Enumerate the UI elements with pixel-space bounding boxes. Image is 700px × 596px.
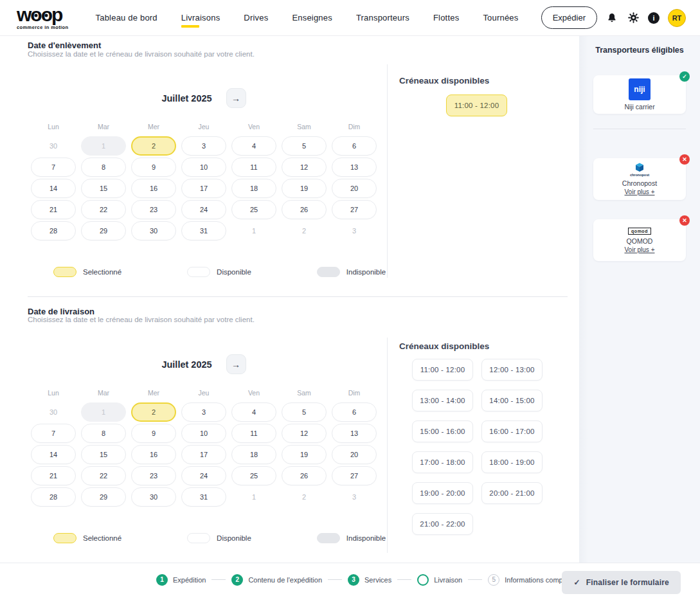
step-2[interactable]: 2Contenu de l'expédition bbox=[231, 574, 322, 586]
calendar-day-6[interactable]: 6 bbox=[332, 402, 377, 422]
pickup-slot[interactable]: 11:00 - 12:00 bbox=[446, 95, 507, 116]
calendar-day-21[interactable]: 21 bbox=[31, 200, 76, 219]
calendar-day-11[interactable]: 11 bbox=[231, 158, 276, 177]
calendar-day-13[interactable]: 13 bbox=[332, 158, 377, 177]
voir-plus-link[interactable]: Voir plus + bbox=[625, 188, 655, 195]
calendar-day-7[interactable]: 7 bbox=[31, 424, 76, 443]
calendar-day-4[interactable]: 4 bbox=[231, 136, 276, 156]
woop-logo[interactable]: woop commerce in motion bbox=[17, 5, 69, 30]
calendar-day-31[interactable]: 31 bbox=[181, 221, 226, 240]
calendar-day-7[interactable]: 7 bbox=[31, 158, 76, 177]
calendar-day-18[interactable]: 18 bbox=[231, 179, 276, 198]
bell-icon[interactable] bbox=[606, 12, 618, 24]
delivery-slot[interactable]: 14:00 - 15:00 bbox=[481, 390, 543, 411]
calendar-day-20[interactable]: 20 bbox=[332, 445, 377, 464]
calendar-day-19[interactable]: 19 bbox=[282, 445, 327, 464]
calendar-next-month-button[interactable]: → bbox=[226, 354, 246, 374]
step-1[interactable]: 1Expédition bbox=[156, 574, 206, 586]
nav-item-drives[interactable]: Drives bbox=[244, 6, 268, 29]
calendar-day-16[interactable]: 16 bbox=[131, 445, 176, 464]
delivery-slot[interactable]: 11:00 - 12:00 bbox=[412, 359, 473, 381]
calendar-day-26[interactable]: 26 bbox=[282, 200, 327, 219]
qomod-logo: qomod bbox=[628, 228, 651, 235]
calendar-day-27[interactable]: 27 bbox=[332, 200, 377, 219]
calendar-day-23[interactable]: 23 bbox=[131, 466, 176, 485]
delivery-slot[interactable]: 21:00 - 22:00 bbox=[412, 513, 473, 535]
calendar-day-2[interactable]: 2 bbox=[131, 136, 176, 156]
calendar-day-8[interactable]: 8 bbox=[81, 158, 126, 177]
calendar-day-3[interactable]: 3 bbox=[181, 136, 226, 156]
step-3[interactable]: 3Services bbox=[348, 574, 391, 586]
calendar-day-30[interactable]: 30 bbox=[131, 221, 176, 240]
calendar-day-5[interactable]: 5 bbox=[282, 402, 327, 422]
nav-item-tourn-es[interactable]: Tournées bbox=[483, 6, 518, 29]
voir-plus-link[interactable]: Voir plus + bbox=[625, 246, 655, 253]
nav-item-transporteurs[interactable]: Transporteurs bbox=[356, 6, 409, 29]
nav-item-enseignes[interactable]: Enseignes bbox=[292, 6, 332, 29]
calendar-day-12[interactable]: 12 bbox=[282, 158, 327, 177]
delivery-slot[interactable]: 12:00 - 13:00 bbox=[481, 359, 543, 381]
calendar-day-26[interactable]: 26 bbox=[282, 466, 327, 485]
delivery-slot[interactable]: 17:00 - 18:00 bbox=[412, 451, 473, 473]
calendar-day-18[interactable]: 18 bbox=[231, 445, 276, 464]
calendar-day-11[interactable]: 11 bbox=[231, 424, 276, 443]
calendar-day-15[interactable]: 15 bbox=[81, 445, 126, 464]
calendar-day-19[interactable]: 19 bbox=[282, 179, 327, 198]
calendar-day-16[interactable]: 16 bbox=[131, 179, 176, 198]
calendar-day-30[interactable]: 30 bbox=[131, 487, 176, 507]
calendar-day-9[interactable]: 9 bbox=[131, 158, 176, 177]
carrier-card-chronopost[interactable]: ✕ chronopost Chronopost Voir plus + bbox=[593, 158, 686, 200]
delivery-slot[interactable]: 20:00 - 21:00 bbox=[481, 482, 543, 504]
calendar-day-20[interactable]: 20 bbox=[332, 179, 377, 198]
calendar-day-13[interactable]: 13 bbox=[332, 424, 377, 443]
finalize-form-label: Finaliser le formulaire bbox=[586, 578, 669, 587]
calendar-day-24[interactable]: 24 bbox=[181, 200, 226, 219]
calendar-day-21[interactable]: 21 bbox=[31, 466, 76, 485]
delivery-slot[interactable]: 15:00 - 16:00 bbox=[412, 420, 473, 442]
calendar-day-8[interactable]: 8 bbox=[81, 424, 126, 443]
delivery-slot[interactable]: 18:00 - 19:00 bbox=[481, 451, 543, 473]
calendar-day-14[interactable]: 14 bbox=[31, 179, 76, 198]
delivery-slot[interactable]: 13:00 - 14:00 bbox=[412, 390, 473, 411]
calendar-day-15[interactable]: 15 bbox=[81, 179, 126, 198]
day-header: Jeu bbox=[181, 123, 226, 131]
gear-icon[interactable] bbox=[627, 12, 640, 24]
calendar-day-23[interactable]: 23 bbox=[131, 200, 176, 219]
delivery-slot[interactable]: 16:00 - 17:00 bbox=[481, 420, 543, 442]
calendar-day-6[interactable]: 6 bbox=[332, 136, 377, 156]
calendar-day-4[interactable]: 4 bbox=[231, 402, 276, 422]
delivery-slot[interactable]: 19:00 - 20:00 bbox=[412, 482, 473, 504]
info-icon[interactable]: i bbox=[648, 12, 660, 24]
calendar-day-22[interactable]: 22 bbox=[81, 466, 126, 485]
calendar-day-28[interactable]: 28 bbox=[31, 221, 76, 240]
calendar-day-12[interactable]: 12 bbox=[282, 424, 327, 443]
calendar-day-29[interactable]: 29 bbox=[81, 487, 126, 507]
calendar-day-5[interactable]: 5 bbox=[282, 136, 327, 156]
calendar-day-3[interactable]: 3 bbox=[181, 402, 226, 422]
expedier-button[interactable]: Expédier bbox=[541, 6, 597, 29]
calendar-day-10[interactable]: 10 bbox=[181, 424, 226, 443]
calendar-day-17[interactable]: 17 bbox=[181, 179, 226, 198]
carrier-card-niji[interactable]: ✓ niji Niji carrier bbox=[593, 75, 686, 114]
nav-item-tableau-de-bord[interactable]: Tableau de bord bbox=[96, 6, 157, 29]
calendar-day-9[interactable]: 9 bbox=[131, 424, 176, 443]
calendar-day-31[interactable]: 31 bbox=[181, 487, 226, 507]
calendar-day-28[interactable]: 28 bbox=[31, 487, 76, 507]
calendar-day-24[interactable]: 24 bbox=[181, 466, 226, 485]
calendar-day-27[interactable]: 27 bbox=[332, 466, 377, 485]
calendar-day-25[interactable]: 25 bbox=[231, 466, 276, 485]
nav-item-flottes[interactable]: Flottes bbox=[433, 6, 459, 29]
user-avatar[interactable]: RT bbox=[668, 9, 686, 27]
calendar-day-10[interactable]: 10 bbox=[181, 158, 226, 177]
calendar-day-29[interactable]: 29 bbox=[81, 221, 126, 240]
calendar-day-22[interactable]: 22 bbox=[81, 200, 126, 219]
calendar-day-25[interactable]: 25 bbox=[231, 200, 276, 219]
calendar-day-17[interactable]: 17 bbox=[181, 445, 226, 464]
calendar-next-month-button[interactable]: → bbox=[226, 88, 246, 108]
finalize-form-button[interactable]: ✓ Finaliser le formulaire bbox=[562, 571, 681, 594]
carrier-card-qomod[interactable]: ✕ qomod QOMOD Voir plus + bbox=[593, 219, 686, 261]
step-4[interactable]: Livraison bbox=[417, 574, 462, 586]
nav-item-livraisons[interactable]: Livraisons bbox=[181, 6, 220, 29]
calendar-day-2[interactable]: 2 bbox=[131, 402, 176, 422]
calendar-day-14[interactable]: 14 bbox=[31, 445, 76, 464]
